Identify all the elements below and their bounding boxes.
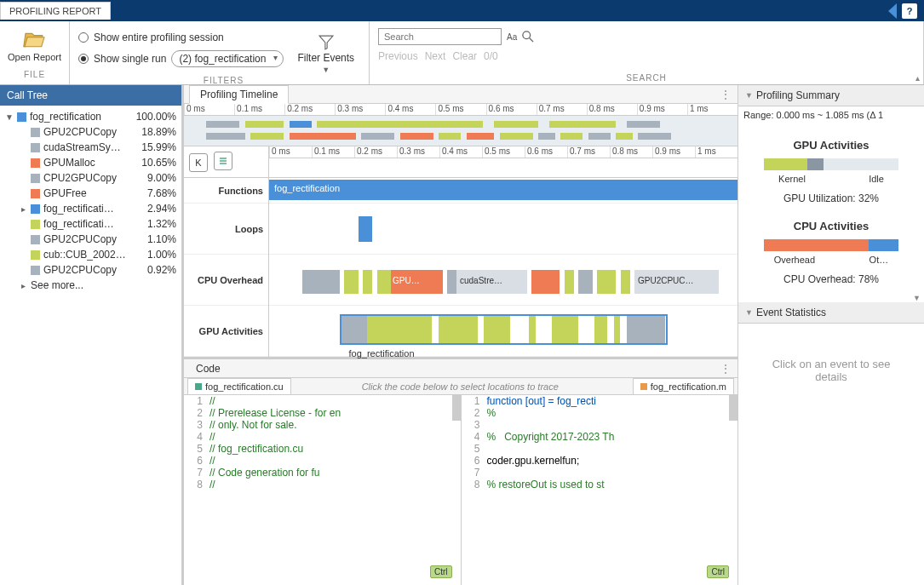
ruler-tick: 0.4 ms: [385, 104, 435, 115]
functions-track[interactable]: fog_rectification: [269, 178, 737, 204]
code-line[interactable]: 8//: [184, 479, 461, 490]
code-line[interactable]: 6coder.gpu.kernelfun;: [462, 455, 738, 467]
code-menu-icon[interactable]: ⋮: [714, 363, 737, 375]
search-icon[interactable]: [522, 31, 534, 43]
tree-arrow-icon[interactable]: ▼: [5, 112, 14, 122]
event-statistics-header[interactable]: ▼ Event Statistics: [738, 302, 924, 324]
tree-row[interactable]: ▸fog_rectificati…1.32%: [0, 216, 181, 232]
cpu-seg-gpu2cpu[interactable]: GPU2CPUC…: [634, 270, 719, 294]
search-clear[interactable]: Clear: [452, 50, 477, 62]
timeline-menu-icon[interactable]: ⋮: [714, 89, 737, 100]
profiling-summary-header[interactable]: ▼ Profiling Summary: [738, 85, 924, 106]
show-entire-radio[interactable]: Show entire profiling session: [78, 32, 284, 43]
color-swatch: [31, 204, 40, 214]
funnel-icon[interactable]: [319, 35, 334, 50]
code-line[interactable]: 1function [out] = fog_recti: [462, 395, 738, 407]
case-sensitive-toggle[interactable]: Aa: [507, 32, 517, 42]
show-single-radio[interactable]: Show single run (2) fog_rectification: [78, 50, 284, 67]
loops-track[interactable]: [269, 204, 737, 255]
code-file-tab-1[interactable]: fog_rectification.cu: [187, 378, 291, 394]
titlebar-tab[interactable]: PROFILING REPORT: [0, 2, 111, 20]
color-swatch: [31, 235, 40, 244]
tree-row[interactable]: ▼fog_rectification100.00%: [0, 109, 181, 124]
cpu-seg-gpu[interactable]: GPU…: [391, 270, 443, 294]
loops-label: Loops: [184, 204, 268, 255]
event-placeholder: Click on an event to see details: [738, 324, 924, 417]
collapse-toolbar-icon[interactable]: ▴: [915, 73, 920, 83]
scrollbar-thumb[interactable]: [452, 395, 461, 421]
cpu-seg-cuda[interactable]: cudaStre…: [456, 270, 527, 294]
kernel-toggle-button[interactable]: K: [189, 153, 208, 172]
search-next[interactable]: Next: [425, 50, 446, 62]
folder-open-icon[interactable]: [23, 30, 47, 49]
ruler-tick: 1 ms: [687, 104, 737, 115]
other-label: Ot…: [869, 255, 889, 265]
tree-arrow-icon[interactable]: ▸: [19, 281, 27, 290]
tree-arrow-icon[interactable]: ▸: [19, 204, 27, 214]
code-line[interactable]: 7: [462, 467, 738, 479]
code-line[interactable]: 5: [462, 443, 738, 455]
code-line[interactable]: 5// fog_rectification.cu: [184, 443, 461, 455]
gpu-track[interactable]: fog_rectification: [269, 306, 737, 357]
gpu-wrap[interactable]: [340, 314, 668, 345]
tree-row[interactable]: ▸cudaStreamSy…15.99%: [0, 140, 181, 155]
code-line[interactable]: 7// Code generation for fu: [184, 467, 461, 479]
tree-pct: 1.32%: [135, 218, 176, 230]
filter-events-button[interactable]: Filter Events: [297, 52, 354, 64]
cpu-track[interactable]: GPU… cudaStre… GPU2CPUC…: [269, 255, 737, 306]
overview-strip[interactable]: [184, 116, 737, 146]
code-pane-1[interactable]: 1//2// Prerelease License - for en3// on…: [184, 395, 462, 585]
tree-row[interactable]: ▸GPUFree7.68%: [0, 186, 181, 201]
run-select-dropdown[interactable]: (2) fog_rectification: [171, 50, 284, 67]
tree-row[interactable]: ▸See more...: [0, 278, 181, 293]
code-line[interactable]: 4//: [184, 431, 461, 443]
ruler-tick: 0.5 ms: [482, 146, 525, 158]
code-line[interactable]: 8% restoreOut is used to st: [462, 479, 738, 490]
code-file-tab-2[interactable]: fog_rectification.m: [633, 378, 734, 394]
function-bar[interactable]: fog_rectification: [269, 180, 737, 200]
tree-label: fog_rectification: [30, 111, 132, 123]
list-toggle-button[interactable]: [214, 152, 232, 170]
code-line[interactable]: 4% Copyright 2017-2023 Th: [462, 431, 738, 443]
ruler-tick: 0.2 ms: [284, 104, 335, 115]
code-line[interactable]: 3// only. Not for sale.: [184, 419, 461, 431]
range-text: Range: 0.000 ms ~ 1.085 ms (Δ 1: [738, 106, 924, 123]
search-previous[interactable]: Previous: [378, 50, 418, 62]
tree-row[interactable]: ▸GPU2CPUCopy0.92%: [0, 262, 181, 278]
code-line[interactable]: 3: [462, 419, 738, 431]
code-line[interactable]: 6//: [184, 455, 461, 467]
timeline-body: Functions Loops CPU Overhead GPU Activit…: [184, 178, 737, 357]
code-line[interactable]: 2%: [462, 407, 738, 419]
code-tab-label[interactable]: Code: [196, 363, 221, 375]
tree-row[interactable]: ▸fog_rectificati…2.94%: [0, 201, 181, 216]
tree-row[interactable]: ▸GPU2CPUCopy1.10%: [0, 232, 181, 247]
chevron-down-icon[interactable]: ▼: [322, 66, 330, 74]
gpu-activities-label: GPU Activities: [184, 306, 268, 357]
scrollbar-thumb[interactable]: [729, 395, 737, 421]
tree-label: GPUMalloc: [43, 157, 132, 169]
ruler-tick: 0.8 ms: [610, 146, 652, 158]
timeline-tab[interactable]: Profiling Timeline: [189, 85, 289, 104]
tree-label: cudaStreamSy…: [43, 141, 132, 153]
call-tree-panel: Call Tree ▼fog_rectification100.00%▸GPU2…: [0, 85, 184, 585]
cpu-activities-title: CPU Activities: [747, 220, 915, 232]
tree-row[interactable]: ▸CPU2GPUCopy9.00%: [0, 170, 181, 186]
cpu-seg[interactable]: [302, 270, 340, 294]
tree-row[interactable]: ▸GPU2CPUCopy18.89%: [0, 124, 181, 140]
filters-section: Show entire profiling session Show singl…: [70, 21, 370, 84]
code-pane-2[interactable]: 1function [out] = fog_recti2%34% Copyrig…: [462, 395, 738, 585]
loop-bar[interactable]: [359, 216, 373, 242]
search-input[interactable]: [378, 28, 502, 45]
idle-label: Idle: [869, 174, 884, 184]
code-line[interactable]: 2// Prerelease License - for en: [184, 407, 461, 419]
help-button[interactable]: ?: [902, 3, 917, 19]
gpu-util-text: GPU Utilization: 32%: [747, 192, 915, 204]
tree-row[interactable]: ▸GPUMalloc10.65%: [0, 155, 181, 170]
code-line[interactable]: 1//: [184, 395, 461, 407]
chevron-down-icon[interactable]: ▼: [738, 294, 924, 302]
tree-pct: 100.00%: [135, 111, 176, 123]
cpu-seg[interactable]: [344, 270, 359, 294]
tree-row[interactable]: ▸cub::CUB_2002…1.00%: [0, 247, 181, 262]
open-report-label[interactable]: Open Report: [8, 52, 61, 62]
center-panel: Profiling Timeline ⋮ 0 ms0.1 ms0.2 ms0.3…: [184, 85, 738, 585]
